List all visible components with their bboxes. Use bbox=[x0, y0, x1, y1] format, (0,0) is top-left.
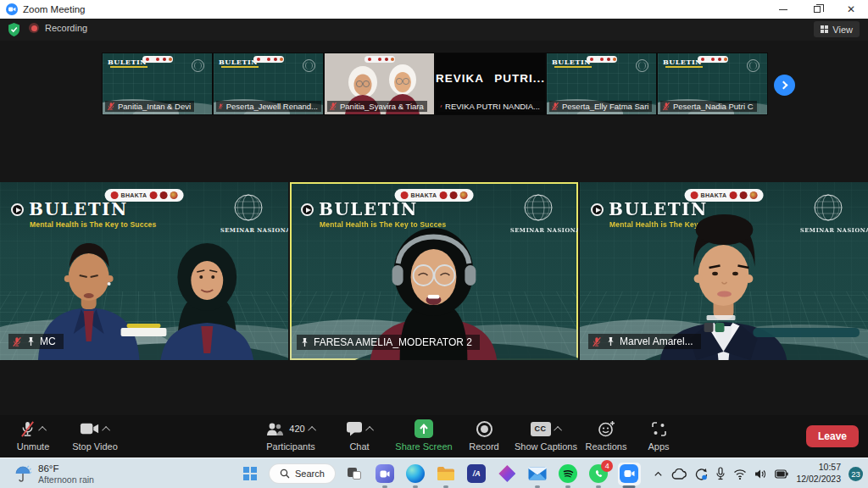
muted-mic-icon bbox=[19, 420, 36, 438]
taskbar-clock[interactable]: 10:57 12/02/2023 bbox=[796, 462, 841, 485]
microphone-tray-button[interactable] bbox=[715, 467, 726, 480]
participant-name: Panitia_Syavira & Tiara bbox=[340, 102, 424, 111]
weather-widget[interactable]: 86°F Afternoon rain bbox=[8, 461, 99, 488]
title-bar-left: Zoom Meeting bbox=[0, 3, 86, 15]
chevron-right-icon bbox=[780, 81, 788, 90]
teams-chat-button[interactable] bbox=[374, 463, 397, 485]
chat-button[interactable]: Chat bbox=[337, 419, 381, 452]
encryption-shield-icon[interactable] bbox=[8, 23, 20, 36]
edge-browser-icon bbox=[406, 464, 425, 483]
windows-logo-icon bbox=[243, 467, 257, 480]
share-screen-button[interactable]: Share Screen bbox=[390, 419, 458, 452]
filmstrip-next-button[interactable] bbox=[774, 75, 795, 96]
muted-mic-icon bbox=[592, 336, 602, 347]
mail-app-button[interactable] bbox=[526, 463, 549, 485]
thumbnail-peserta-nadia[interactable]: BULETIN Peserta_Nadia Putri C bbox=[657, 53, 768, 115]
faresa-participant-video bbox=[290, 182, 578, 360]
task-view-icon bbox=[348, 468, 361, 480]
zoom-taskbar-icon bbox=[620, 464, 638, 483]
zoom-taskbar-button[interactable] bbox=[618, 463, 641, 485]
muted-mic-icon bbox=[107, 102, 115, 111]
participants-icon bbox=[265, 422, 284, 436]
notification-count-badge[interactable]: 23 bbox=[849, 467, 863, 481]
spotify-icon bbox=[559, 464, 577, 483]
restore-button[interactable] bbox=[800, 0, 834, 19]
chevron-up-icon[interactable] bbox=[308, 425, 316, 434]
buletin-mini-logo: BULETIN bbox=[108, 58, 147, 66]
minimize-button[interactable] bbox=[766, 0, 800, 19]
stop-video-button[interactable]: Stop Video bbox=[66, 419, 124, 452]
muted-mic-icon bbox=[12, 336, 22, 347]
video-tile-marvel[interactable]: BULETIN Mental Health is The Key to Succ… bbox=[580, 182, 868, 360]
volume-tray-button[interactable] bbox=[754, 469, 767, 480]
unmute-label: Unmute bbox=[17, 441, 50, 452]
record-button[interactable]: Record bbox=[462, 419, 506, 452]
battery-tray-button[interactable] bbox=[775, 469, 788, 479]
thumbnail-revika[interactable]: REVIKA PUTRI... REVIKA PUTRI NANDIA... bbox=[435, 53, 546, 115]
view-button[interactable]: View bbox=[814, 21, 860, 37]
leave-button[interactable]: Leave bbox=[806, 425, 859, 447]
sync-tray-button[interactable] bbox=[694, 468, 708, 480]
view-label: View bbox=[832, 25, 853, 35]
participant-name: REVIKA PUTRI NANDIA... bbox=[445, 102, 540, 111]
muted-mic-icon bbox=[329, 102, 337, 111]
windows-taskbar: 86°F Afternoon rain Search bbox=[0, 458, 868, 488]
video-tile-faresa[interactable]: BULETIN Mental Health is The Key to Succ… bbox=[290, 182, 578, 360]
show-captions-button[interactable]: CC Show Captions bbox=[510, 419, 581, 452]
file-explorer-button[interactable] bbox=[435, 463, 458, 485]
org-mini-pill bbox=[142, 56, 173, 63]
tagline-bar bbox=[665, 66, 703, 68]
via-app-button[interactable]: /A bbox=[465, 463, 488, 485]
buletin-mini-logo: BULETIN bbox=[552, 58, 591, 66]
tagline-bar bbox=[110, 66, 147, 68]
apps-button[interactable]: Apps bbox=[640, 419, 677, 452]
task-view-button[interactable] bbox=[343, 463, 366, 485]
restore-icon bbox=[814, 6, 821, 13]
tile-name: Marvel Amarel... bbox=[620, 336, 693, 347]
spotify-button[interactable] bbox=[557, 463, 580, 485]
chevron-up-icon[interactable] bbox=[38, 425, 47, 434]
unmute-button[interactable]: Unmute bbox=[8, 419, 58, 452]
reactions-label: Reactions bbox=[586, 441, 627, 452]
tile-name-chip: Marvel Amarel... bbox=[588, 334, 701, 349]
wifi-tray-button[interactable] bbox=[733, 469, 747, 480]
recording-indicator: Recording bbox=[29, 23, 87, 33]
cloud-icon bbox=[671, 469, 687, 480]
chevron-up-icon bbox=[653, 469, 664, 480]
edge-browser-button[interactable] bbox=[404, 463, 427, 485]
participant-name: Panitia_Intan & Devi bbox=[118, 102, 191, 111]
search-input[interactable]: Search bbox=[269, 463, 336, 484]
clock-date: 12/02/2023 bbox=[796, 474, 841, 485]
participants-button[interactable]: 420 Participants bbox=[257, 419, 325, 452]
meeting-toolbar: Unmute Stop Video 420 bbox=[0, 415, 868, 458]
participant-filmstrip: BULETIN Panitia_Intan & Devi BULETIN bbox=[102, 53, 768, 115]
weather-description: Afternoon rain bbox=[38, 474, 94, 485]
title-bar: Zoom Meeting ✕ bbox=[0, 0, 868, 19]
thumbnail-peserta-elly[interactable]: BULETIN Peserta_Elly Fatma Sari bbox=[546, 53, 657, 115]
office-app-button[interactable] bbox=[496, 463, 519, 485]
chevron-up-icon[interactable] bbox=[365, 425, 374, 434]
thumbnail-panitia-intan[interactable]: BULETIN Panitia_Intan & Devi bbox=[102, 53, 213, 115]
whatsapp-button[interactable]: 4 bbox=[587, 463, 610, 485]
video-tile-mc[interactable]: BULETIN Mental Health is The Key to Succ… bbox=[0, 182, 288, 360]
close-button[interactable]: ✕ bbox=[834, 0, 868, 19]
minimize-icon bbox=[779, 9, 787, 10]
hidden-icons-button[interactable] bbox=[653, 469, 664, 480]
chevron-up-icon[interactable] bbox=[554, 425, 562, 434]
reactions-button[interactable]: Reactions bbox=[581, 419, 631, 452]
chevron-up-icon[interactable] bbox=[102, 425, 110, 434]
muted-mic-icon bbox=[662, 102, 670, 111]
recording-dot-icon bbox=[29, 23, 39, 33]
participant-name-chip: Panitia_Intan & Devi bbox=[105, 101, 194, 112]
apps-icon bbox=[651, 421, 667, 437]
start-button[interactable] bbox=[238, 463, 261, 485]
tagline-bar bbox=[221, 66, 259, 68]
muted-mic-icon bbox=[440, 102, 442, 111]
thumbnail-peserta-jewell[interactable]: BULETIN Peserta_Jewell Renand... bbox=[213, 53, 324, 115]
zoom-app-icon bbox=[6, 3, 18, 15]
thumbnail-panitia-syavira[interactable]: Panitia_Syavira & Tiara bbox=[324, 53, 435, 115]
org-mini-pill bbox=[364, 56, 395, 63]
onedrive-tray-button[interactable] bbox=[671, 469, 687, 480]
tile-name: MC bbox=[40, 336, 56, 347]
participant-name: Peserta_Jewell Renand... bbox=[226, 102, 318, 111]
